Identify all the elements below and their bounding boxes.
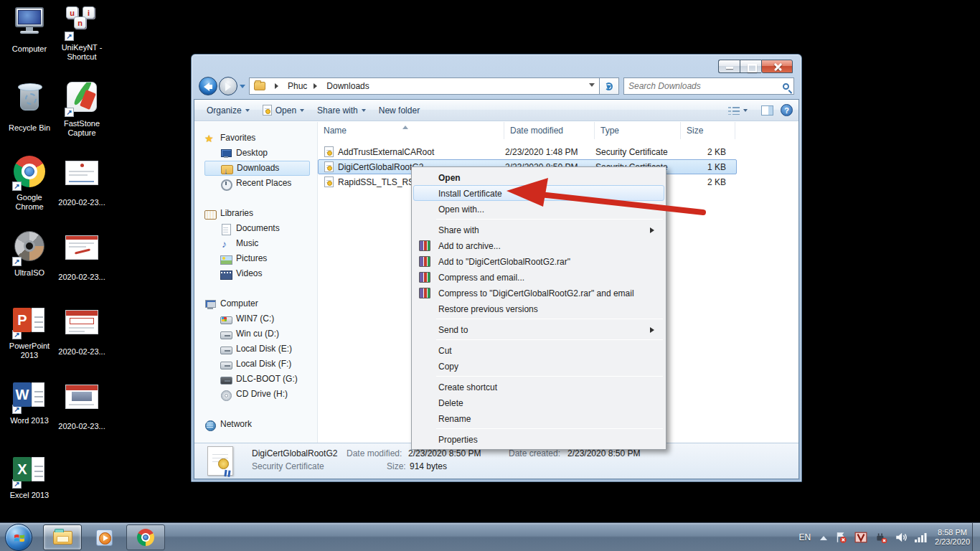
help-button[interactable]: ? [781,104,793,116]
breadcrumb-root[interactable]: Phuc [286,80,308,93]
desktop-icon-unikeynt-shortcut[interactable]: uin↗UniKeyNT - Shortcut [55,6,108,62]
drive-icon [220,359,232,370]
lib-icon [204,208,216,220]
breadcrumb-current[interactable]: Downloads [325,80,370,93]
menu-item-copy[interactable]: Copy [413,358,664,374]
address-dropdown-icon[interactable] [589,83,595,90]
desktop-icon-2020-02-23[interactable]: 2020-02-23... [55,230,108,282]
views-button[interactable] [722,103,754,118]
menu-item-rename[interactable]: Rename [413,410,664,426]
menu-item-compress-to-digicertglobalrootg2-rar-and-email[interactable]: Compress to "DigiCertGlobalRootG2.rar" a… [413,285,664,301]
sidebar-item-recent-places[interactable]: Recent Places [194,176,317,191]
show-desktop-button[interactable] [972,523,980,551]
search-input[interactable] [628,81,783,91]
desktop-icon-computer[interactable]: Computer [3,6,56,54]
file-date-cell: 2/23/2020 1:48 PM [505,147,595,157]
menu-item-add-to-digicertglobalrootg2-rar[interactable]: Add to "DigiCertGlobalRootG2.rar" [413,253,664,269]
column-header-date-modified[interactable]: Date modified [504,122,595,139]
desktop-icon-excel-2013[interactable]: X↗Excel 2013 [3,453,56,500]
sidebar-item-cd-drive-h[interactable]: CD Drive (H:) [194,387,317,402]
menu-item-install-certificate[interactable]: Install Certificate [413,185,664,201]
chevron-down-icon [245,109,250,114]
back-button[interactable] [199,77,217,95]
show-hidden-icons-button[interactable] [820,532,827,540]
minimize-button[interactable] [718,60,740,73]
action-center-icon[interactable] [834,531,847,544]
desktop-icon-label: UniKeyNT - Shortcut [55,43,108,62]
start-button[interactable] [5,524,32,551]
faststone-icon: ↗ [64,82,100,118]
taskbar-chrome-button[interactable] [126,524,165,550]
menu-item-delete[interactable]: Delete [413,395,664,410]
sidebar-item-documents[interactable]: Documents [194,221,317,236]
recent-pages-chevron-icon[interactable] [240,85,245,91]
column-header-type[interactable]: Type [595,122,681,139]
sidebar-item-local-disk-f[interactable]: Local Disk (F:) [194,357,317,372]
sidebar-item-label: DLC-BOOT (G:) [236,372,298,387]
menu-item-label: Install Certificate [438,189,502,199]
sidebar-section-computer[interactable]: Computer [194,296,317,311]
taskbar-explorer-button[interactable] [43,524,82,550]
new-folder-button[interactable]: New folder [372,103,426,118]
details-date-modified-value: 2/23/2020 8:50 PM [408,448,481,458]
breadcrumb[interactable]: Phuc Downloads [249,77,600,95]
file-size-cell: 2 KB [682,177,736,187]
taskbar-media-player-button[interactable] [88,524,121,550]
sidebar-item-label: Win cu (D:) [236,326,279,342]
menu-item-properties[interactable]: Properties [413,431,664,447]
sidebar-item-win7-c[interactable]: WIN7 (C:) [194,311,317,326]
details-file-name: DigiCertGlobalRootG2 [252,448,337,458]
column-header-name[interactable]: Name [318,122,504,139]
close-button[interactable] [761,60,793,73]
desktop-icon-2020-02-23[interactable]: 2020-02-23... [55,379,108,431]
menu-item-open-with[interactable]: Open with... [413,201,664,217]
shortcut-arrow-icon: ↗ [65,32,74,41]
menu-item-add-to-archive[interactable]: Add to archive... [413,237,664,253]
organize-button[interactable]: Organize [200,103,256,118]
desktop-icon-google-chrome[interactable]: ↗Google Chrome [3,155,56,212]
sidebar-item-dlc-boot-g[interactable]: DLC-BOOT (G:) [194,372,317,387]
forward-button[interactable] [219,77,237,95]
table-row-addtrustexternalcaroot[interactable]: AddTrustExternalCARoot2/23/2020 1:48 PMS… [318,144,737,159]
section-gap [194,402,317,417]
menu-item-create-shortcut[interactable]: Create shortcut [413,379,664,395]
unikey-icon[interactable] [854,531,867,544]
language-indicator[interactable]: EN [796,532,813,542]
sidebar-item-local-disk-e[interactable]: Local Disk (E:) [194,342,317,357]
desktop-icon-recycle-bin[interactable]: Recycle Bin [3,80,56,133]
taskbar-clock[interactable]: 8:58 PM 2/23/2020 [935,528,970,547]
menu-item-restore-previous-versions[interactable]: Restore previous versions [413,301,664,316]
sidebar-section-network[interactable]: Network [194,417,317,432]
power-plug-icon[interactable] [875,531,887,544]
sidebar-section-libraries[interactable]: Libraries [194,206,317,221]
preview-pane-button[interactable] [761,105,773,116]
details-date-created-value: 2/23/2020 8:50 PM [567,448,640,458]
share-with-button[interactable]: Share with [311,103,372,118]
sidebar-item-music[interactable]: Music [194,236,317,251]
menu-item-label: Delete [438,398,463,408]
menu-item-share-with[interactable]: Share with [413,222,664,237]
sidebar-item-downloads[interactable]: Downloads [204,161,310,176]
sidebar-item-pictures[interactable]: Pictures [194,251,317,266]
menu-item-compress-and-email[interactable]: Compress and email... [413,269,664,285]
sidebar-item-win-cu-d[interactable]: Win cu (D:) [194,326,317,342]
menu-item-open[interactable]: Open [413,169,664,185]
office-icon: W↗ [11,379,47,415]
desktop-icon-2020-02-23[interactable]: 2020-02-23... [55,155,108,207]
refresh-button[interactable] [600,77,619,95]
desktop-icon-word-2013[interactable]: W↗Word 2013 [3,379,56,425]
sidebar-item-videos[interactable]: Videos [194,266,317,281]
sidebar-section-favorites[interactable]: Favorites [194,131,317,146]
desktop-icon-ultraiso[interactable]: ↗UltraISO [3,230,56,278]
menu-item-cut[interactable]: Cut [413,342,664,358]
maximize-button[interactable] [740,60,761,73]
open-button[interactable]: Open [256,102,311,118]
column-header-size[interactable]: Size [681,122,735,139]
sidebar-item-desktop[interactable]: Desktop [194,146,317,161]
network-signal-icon[interactable] [915,531,928,544]
volume-icon[interactable] [895,531,908,544]
desktop-icon-2020-02-23[interactable]: 2020-02-23... [55,304,108,357]
menu-item-send-to[interactable]: Send to [413,321,664,337]
desktop-icon-powerpoint-2013[interactable]: P↗PowerPoint 2013 [3,304,56,360]
desktop-icon-faststone-capture[interactable]: ↗FastStone Capture [55,80,108,138]
